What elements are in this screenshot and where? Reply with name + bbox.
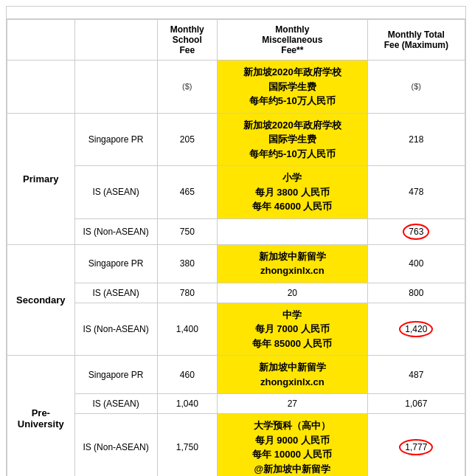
school-fee-cell: 1,750 — [157, 414, 217, 477]
annotation-line: 每年约5-10万人民币 — [249, 148, 336, 159]
misc-fee-cell: 小学每月 3800 人民币每年 46000 人民币 — [218, 166, 368, 219]
unit-empty-nationality — [74, 61, 157, 114]
table-row: IS (Non-ASEAN)1,400中学每月 7000 人民币每年 85000… — [7, 303, 465, 356]
annotation-line: zhongxinlx.cn — [260, 376, 324, 387]
table-row: PrimarySingapore PR205新加坡2020年政府学校国际学生费每… — [7, 113, 465, 166]
nationality-cell: Singapore PR — [74, 356, 157, 394]
unit-row: ($) 新加坡2020年政府学校国际学生费每年约5-10万人民币 ($) — [7, 61, 465, 114]
annotation-line: 中学 — [282, 309, 302, 320]
annotation-line: 新加坡中新留学 — [259, 362, 326, 373]
circled-value: 763 — [403, 224, 429, 240]
level-cell: Pre-University — [7, 356, 75, 477]
nationality-cell: Singapore PR — [74, 244, 157, 283]
level-cell: Primary — [7, 113, 75, 244]
school-fee-cell: 380 — [157, 244, 217, 283]
table-row: Pre-UniversitySingapore PR460新加坡中新留学zhon… — [7, 356, 465, 394]
annotation-line: 每月 9000 人民币 — [255, 435, 330, 446]
table-container: MonthlySchoolFee MonthlyMiscellaneousFee… — [6, 6, 466, 476]
annotation-line: 大学预科（高中） — [254, 420, 330, 431]
annotation-line: 每月 3800 人民币 — [255, 187, 330, 198]
annotation-line: 小学 — [282, 172, 302, 183]
misc-fee-cell: 新加坡中新留学zhongxinlx.cn — [218, 356, 368, 394]
header-level — [7, 20, 75, 61]
unit-school-fee-dollar: ($) — [157, 61, 217, 114]
unit-empty-level — [7, 61, 75, 114]
misc-fee-cell: 中学每月 7000 人民币每年 85000 人民币 — [218, 303, 368, 356]
total-fee-cell: 218 — [367, 113, 465, 166]
nationality-cell: IS (ASEAN) — [74, 166, 157, 219]
annotation-line: 每月 7000 人民币 — [255, 323, 330, 334]
misc-fee-cell: 27 — [218, 394, 368, 414]
nationality-cell: IS (ASEAN) — [74, 283, 157, 303]
table-row: IS (Non-ASEAN)1,750大学预科（高中）每月 9000 人民币每年… — [7, 414, 465, 477]
level-cell: Secondary — [7, 244, 75, 356]
school-fee-cell: 1,400 — [157, 303, 217, 356]
total-fee-cell: 1,067 — [367, 394, 465, 414]
school-fee-cell: 460 — [157, 356, 217, 394]
total-fee-cell: 763 — [367, 218, 465, 244]
table-row: IS (ASEAN)78020800 — [7, 283, 465, 303]
annotation-line: zhongxinlx.cn — [260, 265, 324, 276]
misc-fee-cell: 20 — [218, 283, 368, 303]
column-headers: MonthlySchoolFee MonthlyMiscellaneousFee… — [7, 20, 465, 61]
annotation-line: 每年 10000 人民币 — [252, 449, 332, 460]
school-fee-cell: 1,040 — [157, 394, 217, 414]
misc-fee-cell: 新加坡2020年政府学校国际学生费每年约5-10万人民币 — [218, 113, 368, 166]
annotation-line: 每年 85000 人民币 — [252, 338, 332, 349]
total-fee-cell: 400 — [367, 244, 465, 283]
header-total-fee: Monthly TotalFee (Maximum) — [367, 20, 465, 61]
total-fee-cell: 487 — [367, 356, 465, 394]
circled-value: 1,420 — [399, 321, 433, 337]
nationality-cell: IS (Non-ASEAN) — [74, 414, 157, 477]
school-fee-cell: 465 — [157, 166, 217, 219]
annotation-line: @新加坡中新留学 — [254, 463, 330, 475]
year-header — [7, 7, 465, 19]
total-fee-cell: 800 — [367, 283, 465, 303]
nationality-cell: IS (ASEAN) — [74, 394, 157, 414]
header-misc-fee: MonthlyMiscellaneousFee** — [218, 20, 368, 61]
annotation-line: 新加坡2020年政府学校 — [243, 120, 341, 131]
annotation-line: 每年 46000 人民币 — [252, 201, 332, 212]
header-nationality — [74, 20, 157, 61]
header-school-fee: MonthlySchoolFee — [157, 20, 217, 61]
annotation-line: 国际学生费 — [268, 134, 316, 145]
misc-fee-cell: 新加坡中新留学zhongxinlx.cn — [218, 244, 368, 283]
nationality-cell: Singapore PR — [74, 113, 157, 166]
table-row: SecondarySingapore PR380新加坡中新留学zhongxinl… — [7, 244, 465, 283]
circled-value: 1,777 — [399, 439, 433, 455]
table-row: IS (ASEAN)465小学每月 3800 人民币每年 46000 人民币47… — [7, 166, 465, 219]
total-fee-cell: 478 — [367, 166, 465, 219]
table-body: PrimarySingapore PR205新加坡2020年政府学校国际学生费每… — [7, 113, 465, 476]
school-fee-cell: 780 — [157, 283, 217, 303]
total-fee-cell: 1,777 — [367, 414, 465, 477]
school-fee-cell: 750 — [157, 218, 217, 244]
total-fee-cell: 1,420 — [367, 303, 465, 356]
annotation-line: 新加坡中新留学 — [259, 251, 326, 262]
table-row: IS (Non-ASEAN)750763 — [7, 218, 465, 244]
table-row: IS (ASEAN)1,040271,067 — [7, 394, 465, 414]
misc-fee-cell — [218, 218, 368, 244]
nationality-cell: IS (Non-ASEAN) — [74, 303, 157, 356]
nationality-cell: IS (Non-ASEAN) — [74, 218, 157, 244]
school-fee-cell: 205 — [157, 113, 217, 166]
annotation-intro: 新加坡2020年政府学校国际学生费每年约5-10万人民币 — [243, 66, 341, 106]
fee-table: MonthlySchoolFee MonthlyMiscellaneousFee… — [7, 19, 465, 476]
unit-misc-fee-annotation: 新加坡2020年政府学校国际学生费每年约5-10万人民币 — [218, 61, 368, 114]
unit-total-fee-dollar: ($) — [367, 61, 465, 114]
misc-fee-cell: 大学预科（高中）每月 9000 人民币每年 10000 人民币@新加坡中新留学 — [218, 414, 368, 477]
